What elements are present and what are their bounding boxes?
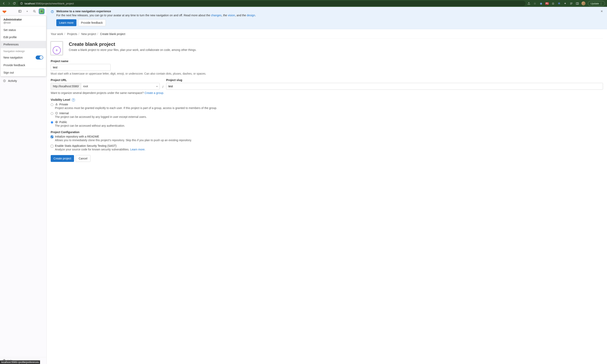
reading-list-icon[interactable] xyxy=(569,2,573,5)
banner-close-icon[interactable]: ✕ xyxy=(601,10,603,13)
slug-separator: / xyxy=(163,78,163,89)
sidebar-header: + ❋ xyxy=(0,7,46,16)
cancel-button[interactable]: Cancel xyxy=(76,155,90,162)
forward-icon[interactable] xyxy=(7,2,11,5)
share-icon[interactable] xyxy=(527,2,531,5)
user-menu-header: Administrator @root xyxy=(0,16,46,26)
config-sast[interactable]: Enable Static Application Security Testi… xyxy=(51,144,603,151)
visibility-private[interactable]: Private Project access must be granted e… xyxy=(51,103,603,110)
info-icon xyxy=(51,10,54,26)
checkbox-description: Analyze your source code for known secur… xyxy=(55,148,145,151)
profile-avatar[interactable] xyxy=(581,1,585,5)
menu-item-sign-out[interactable]: Sign out xyxy=(0,69,46,76)
extension-badge[interactable]: P1 xyxy=(545,2,549,5)
menu-item-edit-profile[interactable]: Edit profile xyxy=(0,34,46,41)
check-icon: ✓ xyxy=(40,56,43,59)
url-text: localhost:5580/projects/new#blank_projec… xyxy=(25,2,74,5)
banner-link-changes[interactable]: changes xyxy=(211,14,222,17)
checkbox-label: Enable Static Application Security Testi… xyxy=(55,144,145,147)
menu-item-set-status[interactable]: Set status xyxy=(0,26,46,34)
svg-rect-20 xyxy=(56,104,57,105)
plus-icon: + xyxy=(53,46,61,54)
svg-line-11 xyxy=(35,12,36,13)
radio-public[interactable] xyxy=(51,121,53,124)
radio-description: Project access must be granted explicitl… xyxy=(55,106,217,110)
chevron-down-icon: ▾ xyxy=(156,85,157,88)
back-icon[interactable] xyxy=(2,2,6,5)
radio-internal[interactable] xyxy=(51,112,53,115)
shield-icon xyxy=(55,112,58,115)
svg-rect-8 xyxy=(19,10,21,12)
user-menu-name: Administrator xyxy=(3,18,43,21)
sast-learn-more-link[interactable]: Learn more. xyxy=(130,148,145,151)
checkbox-description: Allows you to immediately clone this pro… xyxy=(55,139,192,142)
namespace-select[interactable]: root ▾ xyxy=(81,83,160,90)
extension-icon[interactable]: ◉ xyxy=(539,2,543,5)
browser-status-bar: localhost:5580/-/profile/preferences xyxy=(0,360,40,364)
nav-banner: Welcome to a new navigation experience F… xyxy=(47,7,607,29)
breadcrumb: Your work/ Projects/ New project/ Create… xyxy=(51,32,603,39)
breadcrumb-current: Create blank project xyxy=(100,32,125,36)
user-menu: Administrator @root Set status Edit prof… xyxy=(0,16,46,77)
banner-link-design[interactable]: design xyxy=(247,14,255,17)
help-icon[interactable]: ? xyxy=(72,98,75,102)
collapse-sidebar-icon[interactable] xyxy=(17,8,23,14)
radio-private[interactable] xyxy=(51,103,53,106)
user-avatar-button[interactable]: ❋ xyxy=(39,8,44,14)
config-readme[interactable]: Initialize repository with a README Allo… xyxy=(51,135,603,142)
url-bar[interactable]: localhost:5580/projects/new#blank_projec… xyxy=(18,1,526,6)
reload-icon[interactable] xyxy=(13,2,16,5)
activity-icon xyxy=(3,79,6,82)
create-group-link[interactable]: Create a group. xyxy=(144,91,164,94)
main-content: Welcome to a new navigation experience F… xyxy=(47,7,607,364)
banner-text: For the next few releases, you can go to… xyxy=(56,14,256,17)
project-name-label: Project name xyxy=(51,60,603,63)
project-name-input[interactable] xyxy=(51,64,111,71)
sidebar-item-label: Activity xyxy=(8,79,17,82)
menu-item-new-navigation[interactable]: New navigation ✓ xyxy=(0,53,46,62)
user-menu-handle: @root xyxy=(3,21,43,24)
sidebar-item-activity[interactable]: Activity xyxy=(0,78,46,84)
breadcrumb-link[interactable]: Projects xyxy=(67,32,77,36)
visibility-label: Visibility Level ? xyxy=(51,98,603,102)
project-name-hint: Must start with a lowercase or uppercase… xyxy=(51,72,603,75)
visibility-internal[interactable]: Internal The project can be accessed by … xyxy=(51,112,603,118)
project-hero-icon: + xyxy=(51,41,65,55)
new-navigation-toggle[interactable]: ✓ xyxy=(36,55,43,60)
menu-section-nav-redesign: Navigation redesign xyxy=(0,48,46,53)
extensions-icon[interactable]: ✦ xyxy=(563,2,567,5)
banner-feedback-button[interactable]: Provide feedback xyxy=(78,19,106,26)
checkbox-sast[interactable] xyxy=(51,145,53,147)
checkbox-label: Initialize repository with a README xyxy=(55,135,192,138)
svg-point-10 xyxy=(33,10,35,12)
sidebar: + ❋ Administrator @root Set status Edit … xyxy=(0,7,47,364)
config-label: Project Configuration xyxy=(51,130,603,134)
breadcrumb-link[interactable]: Your work xyxy=(51,32,63,36)
banner-learn-more-button[interactable]: Learn more xyxy=(56,19,77,26)
visibility-public[interactable]: Public The project can be accessed witho… xyxy=(51,120,603,127)
menu-item-provide-feedback[interactable]: Provide feedback xyxy=(0,62,46,69)
page-description: Create a blank project to store your fil… xyxy=(69,48,196,52)
radio-label: Public xyxy=(59,120,67,124)
checkbox-readme[interactable] xyxy=(51,136,53,138)
update-button[interactable]: Update ⋮ xyxy=(588,1,605,6)
project-hero: + Create blank project Create a blank pr… xyxy=(51,41,603,55)
project-slug-input[interactable] xyxy=(166,83,603,90)
breadcrumb-link[interactable]: New project xyxy=(81,32,96,36)
svg-point-19 xyxy=(52,11,52,11)
gitlab-logo-icon[interactable] xyxy=(2,9,7,14)
bookmark-icon[interactable]: ☆ xyxy=(533,2,537,5)
create-project-button[interactable]: Create project xyxy=(51,155,74,162)
search-icon[interactable] xyxy=(32,8,37,14)
site-info-icon[interactable] xyxy=(20,2,23,5)
extension-camera-icon[interactable]: ◘ xyxy=(551,2,555,5)
extension-gear-icon[interactable]: ✻ xyxy=(557,2,561,5)
menu-item-preferences[interactable]: Preferences xyxy=(0,41,46,48)
banner-title: Welcome to a new navigation experience xyxy=(56,10,256,13)
create-new-icon[interactable]: + xyxy=(24,8,30,14)
group-hint: Want to organize several dependent proje… xyxy=(51,91,603,94)
banner-link-vision[interactable]: vision xyxy=(228,14,235,17)
project-url-prefix: http://localhost:5580/ xyxy=(51,83,81,90)
side-panel-icon[interactable] xyxy=(575,2,579,5)
radio-description: The project can be accessed by any logge… xyxy=(55,115,147,118)
